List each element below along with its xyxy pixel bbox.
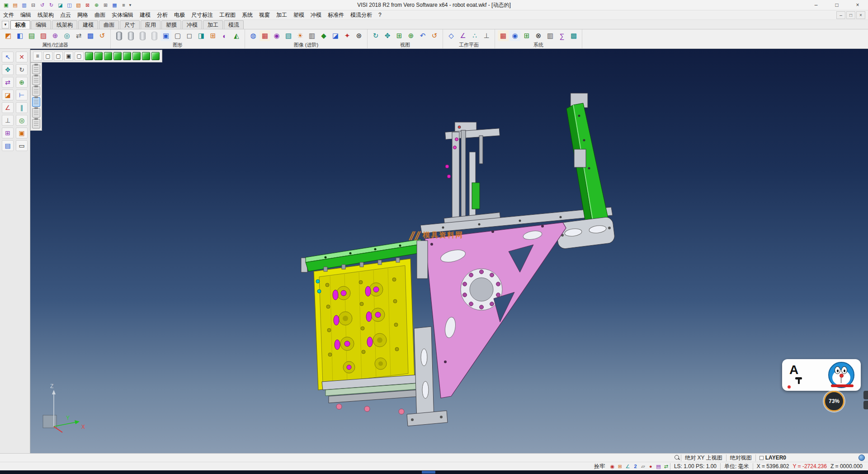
dynamic-pan-icon[interactable]: ✥ bbox=[382, 30, 393, 41]
graphics-settings-icon[interactable]: ⊞ bbox=[208, 30, 218, 41]
cad-model-canvas[interactable]: Z Y X bbox=[30, 49, 868, 453]
shadow-icon[interactable]: ◪ bbox=[330, 30, 341, 41]
background-icon[interactable]: ▥ bbox=[307, 30, 317, 41]
cylinder-shaded-icon[interactable] bbox=[113, 30, 124, 41]
maximize-button[interactable]: □ bbox=[826, 0, 847, 10]
menu-die[interactable]: 冲模 bbox=[307, 10, 325, 19]
view-mode-indicator[interactable]: 绝对 XY 上视图 bbox=[681, 455, 726, 461]
intersect-icon[interactable]: ◎ bbox=[16, 115, 28, 126]
scale-indicator[interactable]: LS: 1.00 PS: 1.00 bbox=[670, 463, 720, 470]
menu-edit[interactable]: 编辑 bbox=[17, 10, 34, 19]
absolute-view-indicator[interactable]: 绝对视图 bbox=[726, 455, 755, 461]
menu-modeling[interactable]: 建模 bbox=[137, 10, 154, 19]
cut-icon[interactable]: ◪ bbox=[56, 1, 65, 9]
zoom-all-icon[interactable]: ⊕ bbox=[92, 1, 101, 9]
mdi-close-button[interactable]: × bbox=[856, 11, 865, 19]
tabbar-dropdown-icon[interactable]: ▼ bbox=[2, 21, 9, 28]
iso-view-1-icon[interactable] bbox=[85, 52, 93, 60]
iso-view-4-icon[interactable] bbox=[113, 52, 122, 60]
workplane-reset-icon[interactable]: ⊥ bbox=[481, 30, 492, 41]
system-options-icon[interactable]: ⊗ bbox=[533, 30, 544, 41]
print-icon[interactable]: ⊟ bbox=[29, 1, 38, 9]
texture-icon[interactable]: ▧ bbox=[283, 30, 294, 41]
measure-icon[interactable]: ∠ bbox=[2, 102, 14, 113]
previous-view-icon[interactable]: ↶ bbox=[417, 30, 428, 41]
hidden-line-mode-icon[interactable]: ◻ bbox=[184, 30, 195, 41]
selection-filter-icon[interactable]: ⇄ bbox=[73, 30, 84, 41]
image-capture-icon[interactable]: ▦ bbox=[259, 30, 270, 41]
shading-mode-icon[interactable]: ▣ bbox=[160, 30, 171, 41]
qat-dropdown-icon[interactable]: ▼ bbox=[128, 3, 133, 7]
mdi-minimize-button[interactable]: – bbox=[836, 11, 845, 19]
menu-drawing[interactable]: 工程图 bbox=[216, 10, 239, 19]
tab-mould[interactable]: 塑膜 bbox=[161, 20, 181, 29]
pattern-icon[interactable]: ⊞ bbox=[2, 128, 14, 138]
wireframe-mode-icon[interactable]: ▢ bbox=[172, 30, 183, 41]
menu-mould[interactable]: 塑模 bbox=[290, 10, 307, 19]
info-icon[interactable]: ▤ bbox=[2, 140, 14, 151]
tab-die[interactable]: 冲模 bbox=[182, 20, 202, 29]
menu-dimension[interactable]: 尺寸标注 bbox=[188, 10, 216, 19]
zoom-extents-icon[interactable]: ⊕ bbox=[406, 30, 416, 41]
tab-flow[interactable]: 模流 bbox=[224, 20, 244, 29]
select-arrow-icon[interactable]: ↖ bbox=[2, 52, 14, 62]
erase-icon[interactable]: ✕ bbox=[16, 52, 28, 62]
switch-toggle-icon[interactable]: ⇄ bbox=[662, 463, 670, 470]
copy-icon[interactable]: ◫ bbox=[65, 1, 74, 9]
iso-view-6-icon[interactable] bbox=[132, 52, 141, 60]
units-indicator[interactable]: 单位: 毫米 bbox=[720, 463, 753, 470]
notes-icon[interactable]: ▭ bbox=[16, 140, 28, 151]
clipboard-5-icon[interactable] bbox=[32, 108, 40, 118]
overlay-card[interactable]: A bbox=[782, 359, 861, 391]
tab-dimension[interactable]: 尺寸 bbox=[120, 20, 140, 29]
taskbar-app-item[interactable] bbox=[422, 471, 435, 474]
cad-gray-base-plates[interactable] bbox=[322, 374, 422, 414]
group-icon[interactable]: ▣ bbox=[16, 128, 28, 138]
clipboard-2-icon[interactable] bbox=[32, 76, 40, 85]
offset-icon[interactable]: ∥ bbox=[16, 102, 28, 113]
move-icon[interactable]: ✥ bbox=[2, 64, 14, 75]
entity-filter-icon[interactable]: ▨ bbox=[38, 30, 49, 41]
dynamic-rotate-icon[interactable]: ↻ bbox=[370, 30, 381, 41]
workplane-icon[interactable]: ◇ bbox=[446, 30, 457, 41]
extend-icon[interactable]: ⊢ bbox=[16, 90, 28, 100]
menu-pointcloud[interactable]: 点云 bbox=[57, 10, 74, 19]
3d-viewport[interactable]: Z Y X ≡ ▢ ▢ ▣ ▢ bbox=[30, 49, 868, 453]
network-globe-icon[interactable] bbox=[858, 455, 865, 461]
iso-view-7-icon[interactable] bbox=[142, 52, 150, 60]
trim-icon[interactable]: ◪ bbox=[2, 90, 14, 100]
cylinder-ghost-icon[interactable] bbox=[149, 30, 160, 41]
menu-window[interactable]: 视窗 bbox=[256, 10, 273, 19]
mdi-restore-button[interactable]: □ bbox=[846, 11, 855, 19]
windows-taskbar[interactable] bbox=[0, 470, 868, 474]
iso-view-8-icon[interactable] bbox=[151, 52, 160, 60]
iso-view-2-icon[interactable] bbox=[94, 52, 103, 60]
grid-toggle-icon[interactable]: ⊞ bbox=[616, 463, 624, 470]
cad-yellow-head[interactable] bbox=[314, 258, 415, 390]
cylinder-wireframe-icon[interactable] bbox=[125, 30, 136, 41]
lock-toggle[interactable]: 拴牢 bbox=[590, 463, 609, 470]
active-layer-indicator[interactable]: LAYER0 bbox=[755, 455, 790, 461]
search-icon[interactable] bbox=[673, 455, 681, 461]
zoom-window-icon[interactable]: ⊞ bbox=[394, 30, 405, 41]
cylinder-hidden-line-icon[interactable] bbox=[137, 30, 148, 41]
workplane-align-icon[interactable]: ∠ bbox=[458, 30, 468, 41]
save-file-icon[interactable]: ▥ bbox=[20, 1, 28, 9]
table-manager-icon[interactable]: ▥ bbox=[545, 30, 556, 41]
snap-settings-icon[interactable]: ◉ bbox=[509, 30, 520, 41]
new-file-icon[interactable]: ▣ bbox=[2, 1, 10, 9]
tab-application[interactable]: 应用 bbox=[141, 20, 160, 29]
menu-wireframe[interactable]: 线架构 bbox=[34, 10, 57, 19]
lighting-icon[interactable]: ☀ bbox=[295, 30, 306, 41]
workplane-3point-icon[interactable]: ∴ bbox=[469, 30, 480, 41]
view-plane-1-icon[interactable]: ▢ bbox=[43, 52, 52, 61]
menu-file[interactable]: 文件 bbox=[0, 10, 17, 19]
cad-gray-right-bracket[interactable] bbox=[556, 217, 615, 250]
layers-toggle-icon[interactable]: ▤ bbox=[655, 463, 662, 470]
menu-analysis[interactable]: 分析 bbox=[154, 10, 171, 19]
iso-view-5-icon[interactable] bbox=[123, 52, 131, 60]
open-file-icon[interactable]: ▤ bbox=[11, 1, 19, 9]
mask-filter-icon[interactable]: ▩ bbox=[85, 30, 96, 41]
pen-toggle-icon[interactable]: ▱ bbox=[639, 463, 647, 470]
clipboard-1-icon[interactable] bbox=[32, 65, 40, 74]
